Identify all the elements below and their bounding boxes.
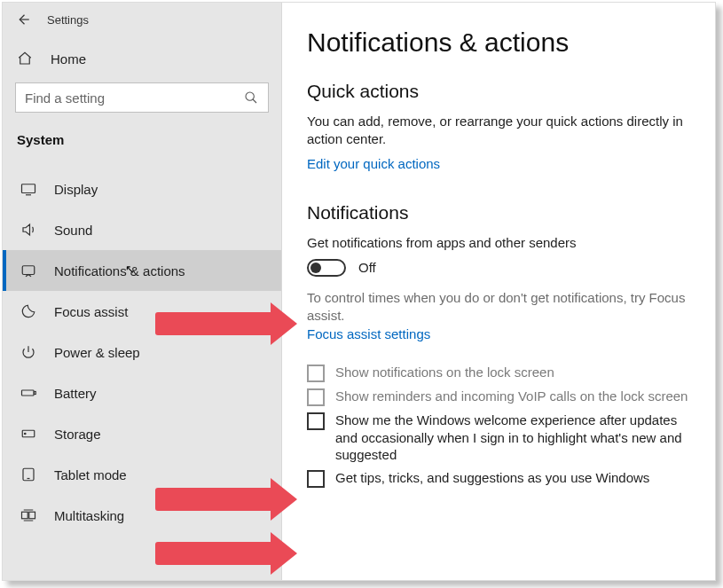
svg-rect-2 — [22, 266, 35, 275]
nav-item-power-sleep[interactable]: Power & sleep — [3, 332, 281, 372]
focus-assist-body: To control times when you do or don't ge… — [307, 289, 688, 325]
notifications-toggle[interactable] — [307, 259, 346, 277]
nav-item-display[interactable]: Display — [3, 169, 281, 209]
display-icon — [20, 181, 36, 197]
svg-rect-3 — [22, 390, 35, 396]
checkbox — [307, 388, 325, 406]
titlebar: Settings — [3, 3, 281, 33]
edit-quick-actions-link[interactable]: Edit your quick actions — [307, 156, 440, 171]
nav-item-notifications[interactable]: Notifications & actions ↖ — [3, 250, 281, 291]
svg-point-0 — [246, 92, 254, 100]
settings-window: Settings Home System Display — [2, 2, 716, 581]
battery-icon — [20, 385, 36, 401]
quick-actions-body: You can add, remove, or rearrange your q… — [307, 113, 688, 149]
home-icon — [17, 51, 33, 67]
storage-icon — [20, 426, 36, 442]
nav-label: Notifications & actions — [54, 263, 185, 278]
check-lock-screen-voip: Show reminders and incoming VoIP calls o… — [307, 388, 688, 406]
search-input[interactable] — [25, 90, 243, 106]
nav-item-focus-assist[interactable]: Focus assist — [3, 291, 281, 332]
check-tips-tricks[interactable]: Get tips, tricks, and suggestions as you… — [307, 469, 688, 488]
sidebar: Settings Home System Display — [3, 3, 282, 580]
nav-label: Sound — [54, 223, 92, 238]
search-box[interactable] — [15, 82, 269, 113]
quick-actions-heading: Quick actions — [307, 81, 688, 102]
home-label: Home — [51, 51, 86, 67]
nav-label: Battery — [54, 386, 97, 401]
home-nav[interactable]: Home — [3, 33, 281, 82]
check-label: Get tips, tricks, and suggestions as you… — [335, 469, 649, 487]
checkbox[interactable] — [307, 412, 325, 430]
nav-item-storage[interactable]: Storage — [3, 413, 281, 454]
checkbox — [307, 365, 325, 382]
nav-item-battery[interactable]: Battery — [3, 372, 281, 413]
svg-point-6 — [25, 433, 27, 435]
tablet-icon — [20, 466, 36, 482]
window-title: Settings — [47, 13, 89, 27]
check-label: Show me the Windows welcome experience a… — [335, 412, 688, 464]
nav-label: Power & sleep — [54, 345, 140, 360]
svg-rect-4 — [35, 392, 36, 395]
back-button[interactable] — [15, 12, 31, 27]
power-icon — [20, 344, 36, 360]
check-welcome-experience[interactable]: Show me the Windows welcome experience a… — [307, 412, 688, 464]
check-lock-screen-notifications: Show notifications on the lock screen — [307, 364, 688, 382]
nav-item-sound[interactable]: Sound — [3, 209, 281, 250]
notifications-icon — [20, 263, 36, 278]
content-pane: Notifications & actions Quick actions Yo… — [282, 3, 715, 580]
check-label: Show reminders and incoming VoIP calls o… — [335, 388, 688, 405]
sound-icon — [20, 222, 36, 238]
svg-rect-1 — [22, 184, 35, 193]
notifications-heading: Notifications — [307, 202, 688, 223]
toggle-state-label: Off — [358, 260, 376, 275]
toggle-knob — [310, 263, 321, 273]
nav-label: Storage — [54, 427, 101, 442]
focus-assist-icon — [20, 303, 36, 319]
nav-label: Multitasking — [54, 508, 124, 523]
focus-assist-link[interactable]: Focus assist settings — [307, 326, 430, 341]
check-label: Show notifications on the lock screen — [335, 364, 554, 381]
section-label: System — [3, 130, 281, 169]
nav-label: Display — [54, 182, 98, 197]
nav-label: Tablet mode — [54, 467, 127, 482]
multitasking-icon — [20, 507, 36, 523]
checkbox[interactable] — [307, 470, 325, 488]
nav-label: Focus assist — [54, 304, 128, 319]
notifications-toggle-desc: Get notifications from apps and other se… — [307, 234, 688, 252]
svg-rect-9 — [29, 512, 35, 519]
nav-list: Display Sound Notifications & actions ↖ — [3, 169, 281, 536]
svg-rect-8 — [22, 512, 28, 519]
page-heading: Notifications & actions — [307, 27, 688, 58]
nav-item-multitasking[interactable]: Multitasking — [3, 495, 281, 536]
search-icon — [243, 90, 259, 106]
nav-item-tablet-mode[interactable]: Tablet mode — [3, 454, 281, 495]
